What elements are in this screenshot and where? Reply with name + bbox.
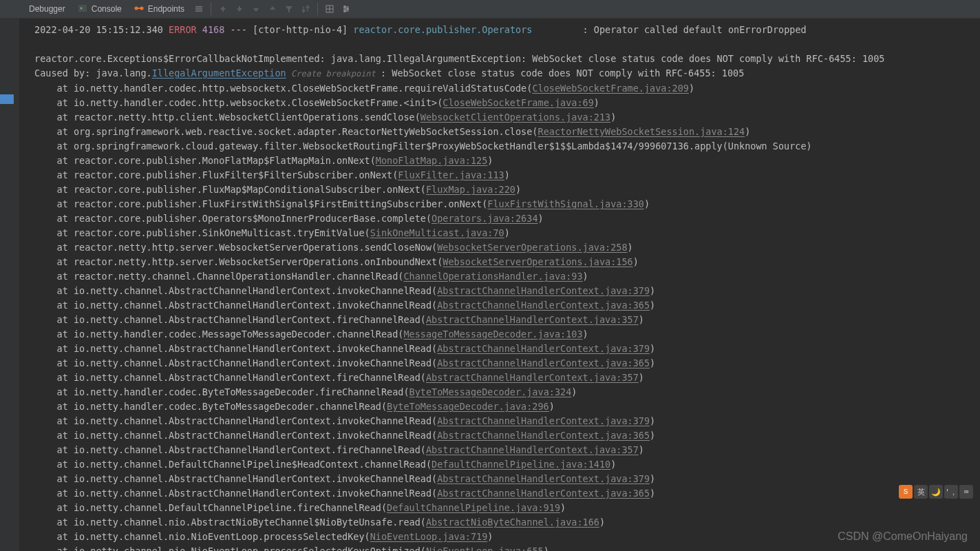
stack-frame-link[interactable]: FluxFirstWithSignal.java:330 bbox=[487, 198, 644, 209]
svg-rect-4 bbox=[137, 8, 141, 9]
stack-frame-link[interactable]: AbstractChannelHandlerContext.java:357 bbox=[426, 372, 639, 383]
stack-frame-link[interactable]: WebsocketClientOperations.java:213 bbox=[420, 112, 610, 123]
gutter bbox=[0, 19, 19, 551]
svg-rect-9 bbox=[222, 10, 224, 12]
down-icon[interactable] bbox=[248, 1, 264, 17]
stack-frame-link[interactable]: AbstractChannelHandlerContext.java:365 bbox=[437, 357, 650, 368]
create-breakpoint-link[interactable]: Create breakpoint bbox=[286, 69, 381, 79]
stack-frame-link[interactable]: AbstractChannelHandlerContext.java:379 bbox=[437, 343, 650, 354]
down-stack-icon[interactable] bbox=[232, 1, 247, 17]
svg-marker-13 bbox=[270, 6, 275, 10]
ime-comma-icon[interactable]: '， bbox=[944, 485, 958, 499]
tab-label: Endpoints bbox=[148, 4, 184, 14]
stack-frame-link[interactable]: AbstractNioByteChannel.java:166 bbox=[426, 517, 599, 528]
console-output: 2022-04-20 15:15:12.340 ERROR 4168 --- [… bbox=[19, 19, 980, 551]
up-icon[interactable] bbox=[265, 1, 280, 17]
stack-frame-link[interactable]: AbstractChannelHandlerContext.java:379 bbox=[437, 285, 650, 296]
stack-frame-link[interactable]: ChannelOperationsHandler.java:93 bbox=[403, 271, 582, 282]
ime-logo[interactable]: S bbox=[899, 485, 913, 499]
svg-marker-14 bbox=[286, 6, 292, 12]
ime-moon-icon[interactable]: 🌙 bbox=[929, 485, 943, 499]
svg-marker-16 bbox=[302, 10, 305, 12]
svg-point-25 bbox=[344, 6, 346, 8]
stack-frame-link[interactable]: AbstractChannelHandlerContext.java:379 bbox=[437, 473, 650, 484]
stack-frame-link[interactable]: NioEventLoop.java:719 bbox=[370, 531, 488, 542]
exception-link[interactable]: IllegalArgumentException bbox=[152, 67, 286, 79]
stack-frame-link[interactable]: Operators.java:2634 bbox=[432, 213, 537, 224]
stack-frame-link[interactable]: AbstractChannelHandlerContext.java:365 bbox=[437, 300, 650, 311]
stack-frame-link[interactable]: NioEventLoop.java:655 bbox=[426, 545, 544, 551]
stack-frame-link[interactable]: ReactorNettyWebSocketSession.java:124 bbox=[538, 126, 745, 137]
separator bbox=[317, 3, 318, 15]
stack-frame-link[interactable]: AbstractChannelHandlerContext.java:357 bbox=[426, 444, 639, 455]
menu-icon[interactable] bbox=[191, 1, 206, 17]
stack-frame-link[interactable]: WebsocketServerOperations.java:156 bbox=[443, 256, 632, 267]
stack-frame-link[interactable]: AbstractChannelHandlerContext.java:379 bbox=[437, 415, 650, 426]
debug-toolbar: Debugger Console Endpoints bbox=[0, 0, 980, 19]
svg-rect-11 bbox=[239, 6, 240, 8]
stack-frame-link[interactable]: MonoFlatMap.java:125 bbox=[376, 155, 488, 166]
tab-console[interactable]: Console bbox=[72, 0, 127, 18]
stack-frame-link[interactable]: CloseWebSocketFrame.java:69 bbox=[443, 97, 593, 108]
stack-frame-link[interactable]: AbstractChannelHandlerContext.java:365 bbox=[437, 488, 650, 499]
stack-frame-link[interactable]: CloseWebSocketFrame.java:209 bbox=[532, 83, 689, 94]
ime-keyboard-icon[interactable]: ⌨ bbox=[959, 485, 973, 499]
stack-frame-link[interactable]: FluxFilter.java:113 bbox=[398, 169, 504, 180]
svg-marker-12 bbox=[253, 8, 259, 12]
svg-point-26 bbox=[347, 8, 349, 10]
breakpoint-marker[interactable] bbox=[0, 94, 14, 104]
stack-frame-link[interactable]: SinkOneMulticast.java:70 bbox=[370, 227, 504, 238]
stack-frame-link[interactable]: ByteToMessageDecoder.java:296 bbox=[387, 401, 549, 412]
stack-frame-link[interactable]: AbstractChannelHandlerContext.java:357 bbox=[426, 314, 639, 325]
ime-tray: S 英 🌙 '， ⌨ bbox=[899, 485, 973, 499]
svg-marker-18 bbox=[306, 6, 309, 8]
stack-frame-link[interactable]: DefaultChannelPipeline.java:1410 bbox=[432, 459, 610, 470]
svg-marker-10 bbox=[237, 8, 242, 12]
svg-point-27 bbox=[344, 10, 346, 12]
endpoints-icon bbox=[134, 3, 144, 15]
separator bbox=[211, 3, 211, 15]
tab-label: Debugger bbox=[29, 4, 65, 14]
console-icon bbox=[78, 3, 87, 15]
stack-frame-link[interactable]: MessageToMessageDecoder.java:103 bbox=[403, 329, 582, 340]
stack-frame-link[interactable]: WebsocketServerOperations.java:258 bbox=[437, 242, 627, 253]
stack-frame-link[interactable]: DefaultChannelPipeline.java:919 bbox=[387, 502, 560, 513]
stack-frame-link[interactable]: FluxMap.java:220 bbox=[426, 184, 515, 195]
grid-icon[interactable] bbox=[322, 1, 337, 17]
sort-icon[interactable] bbox=[298, 1, 313, 17]
stack-frame-link[interactable]: AbstractChannelHandlerContext.java:365 bbox=[437, 430, 650, 441]
tab-debugger[interactable]: Debugger bbox=[23, 0, 71, 18]
stack-frame-link[interactable]: ByteToMessageDecoder.java:324 bbox=[409, 386, 572, 397]
up-stack-icon[interactable] bbox=[215, 1, 231, 17]
filter-icon[interactable] bbox=[281, 1, 297, 17]
settings-icon[interactable] bbox=[339, 1, 354, 17]
svg-marker-8 bbox=[220, 6, 226, 10]
tab-endpoints[interactable]: Endpoints bbox=[129, 0, 190, 18]
watermark: CSDN @ComeOnHaiyang bbox=[838, 530, 968, 543]
tab-label: Console bbox=[92, 4, 122, 14]
ime-lang[interactable]: 英 bbox=[914, 485, 928, 499]
